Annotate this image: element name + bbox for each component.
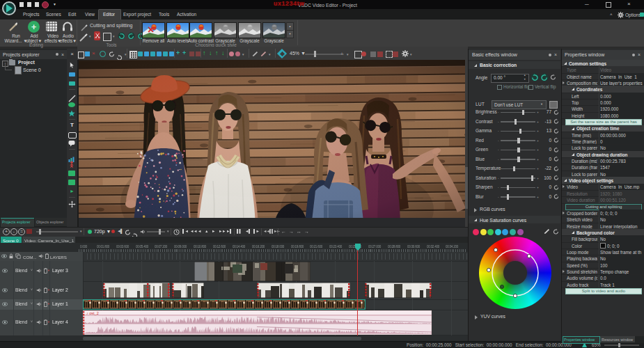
svg-text:♪ ost_2: ♪ ost_2 [86, 311, 99, 315]
